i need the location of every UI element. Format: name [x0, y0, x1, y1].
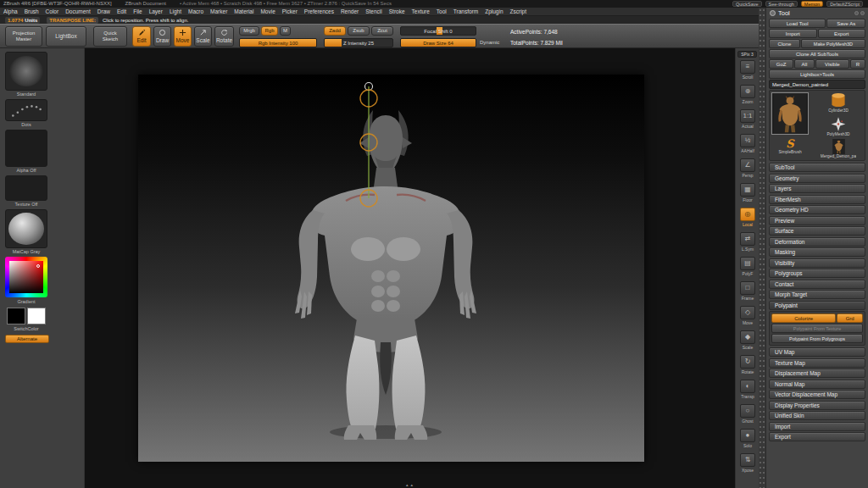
- grd-button[interactable]: Grd: [837, 313, 863, 323]
- menu-item[interactable]: Color: [42, 8, 63, 16]
- tray-toggle-icon[interactable]: [854, 11, 859, 15]
- menu-item[interactable]: Document: [62, 8, 94, 16]
- tool-section-header[interactable]: Normal Map: [769, 380, 865, 389]
- bottom-tray-toggle[interactable]: ▲▲: [405, 483, 415, 487]
- menu-item[interactable]: Material: [231, 8, 257, 16]
- right-shelf-button[interactable]: ½ AAHalf: [736, 134, 760, 158]
- right-shelf-button[interactable]: ⇄ L.Sym: [736, 232, 760, 257]
- texture-picker[interactable]: [5, 175, 47, 201]
- tool-section-header[interactable]: Polygroups: [769, 269, 865, 278]
- quicksave-button[interactable]: QuickSave: [732, 1, 762, 7]
- save-as-button[interactable]: Save As: [826, 19, 865, 28]
- right-shelf-button[interactable]: 1:1 Actual: [736, 109, 760, 134]
- menu-item[interactable]: Layer: [146, 8, 166, 16]
- tool-section-header[interactable]: Import: [769, 422, 865, 431]
- menu-item[interactable]: Alpha: [0, 8, 21, 16]
- zsub-button[interactable]: Zsub: [348, 26, 370, 36]
- right-shelf-button[interactable]: ≡ Scroll: [736, 60, 760, 85]
- tool-section-header[interactable]: Surface: [769, 226, 865, 236]
- menu-item[interactable]: Picker: [279, 8, 301, 16]
- color-picker[interactable]: [5, 257, 47, 297]
- right-shelf-button[interactable]: ● Solo: [736, 429, 760, 453]
- active-tool-thumbnail[interactable]: [771, 92, 809, 135]
- draw-mode-button[interactable]: Draw: [153, 26, 171, 47]
- right-shelf-button[interactable]: ⇅ Xpose: [736, 453, 760, 478]
- tool-section-header[interactable]: Masking: [769, 247, 865, 257]
- tray-menu-icon[interactable]: [860, 11, 865, 15]
- right-shelf-button[interactable]: □ Frame: [736, 281, 760, 306]
- tool-palette-header[interactable]: Tool: [766, 8, 868, 19]
- goz-visible-button[interactable]: Visible: [815, 59, 849, 69]
- tool-section-header[interactable]: Unified Skin: [769, 411, 865, 420]
- current-tool-name[interactable]: Merged_Demon_painted: [769, 80, 865, 89]
- tool-section-header[interactable]: Deformation: [769, 237, 865, 247]
- tool-section-header[interactable]: Contact: [769, 280, 865, 289]
- material-picker[interactable]: [5, 209, 47, 248]
- tool-section-header[interactable]: Vector Displacement Map: [769, 390, 865, 399]
- menu-item[interactable]: Edit: [114, 8, 130, 16]
- goz-all-button[interactable]: All: [794, 59, 815, 69]
- right-shelf-button[interactable]: ⊕ Zoom: [736, 85, 760, 109]
- alpha-picker[interactable]: [5, 130, 47, 167]
- inventory-item-simplebrush[interactable]: S SimpleBrush: [771, 138, 809, 154]
- inventory-item-cylinder3d[interactable]: Cylinder3D: [812, 92, 865, 113]
- menu-item[interactable]: Macro: [185, 8, 207, 16]
- import-button[interactable]: Import: [769, 29, 817, 38]
- make-polymesh3d-button[interactable]: Make PolyMesh3D: [801, 39, 865, 48]
- right-shelf-button[interactable]: ◆ Scale: [736, 330, 760, 355]
- alternate-button[interactable]: Alternate: [5, 335, 49, 343]
- tool-section-header[interactable]: SubTool: [769, 163, 865, 172]
- rgb-intensity-slider[interactable]: Rgb Intensity 100: [239, 38, 317, 47]
- tool-section-header[interactable]: Preview: [769, 216, 865, 225]
- zbrush-document[interactable]: [138, 75, 644, 462]
- focal-shift-slider[interactable]: Focal Shift 0: [400, 26, 476, 36]
- right-shelf-button[interactable]: ○ Ghost: [736, 404, 760, 429]
- right-shelf-button[interactable]: ↻ Rotate: [736, 355, 760, 380]
- menu-item[interactable]: Tool: [433, 8, 450, 16]
- tool-section-header[interactable]: Texture Map: [769, 358, 865, 368]
- menu-item[interactable]: Draw: [94, 8, 114, 16]
- menu-item[interactable]: Zplugin: [481, 8, 506, 16]
- draw-size-slider[interactable]: Draw Size 64: [400, 38, 476, 47]
- menu-item[interactable]: Movie: [257, 8, 278, 16]
- colorize-button[interactable]: Colorize: [771, 313, 836, 323]
- goz-button[interactable]: GoZ: [769, 59, 793, 69]
- projection-master-button[interactable]: Projection Master: [5, 26, 42, 47]
- zcut-button[interactable]: Zcut: [371, 26, 393, 36]
- goz-r-button[interactable]: R: [850, 59, 865, 69]
- tool-section-header[interactable]: Display Properties: [769, 401, 865, 410]
- right-tray-divider[interactable]: [759, 8, 765, 488]
- see-through-slider[interactable]: See-through: [765, 1, 798, 7]
- menu-item[interactable]: Stroke: [386, 8, 409, 16]
- menu-item[interactable]: File: [130, 8, 145, 16]
- menu-item[interactable]: Stencil: [362, 8, 386, 16]
- quick-sketch-button[interactable]: Quick Sketch: [93, 26, 127, 47]
- load-tool-button[interactable]: Load Tool: [769, 19, 826, 28]
- right-shelf-button[interactable]: ◎ Local: [736, 208, 760, 232]
- clone-button[interactable]: Clone: [769, 39, 800, 48]
- secondary-color-swatch[interactable]: [27, 308, 46, 324]
- menu-item[interactable]: Light: [166, 8, 185, 16]
- inventory-item-polymesh3d[interactable]: PolyMesh3D: [812, 116, 865, 136]
- tool-section-header[interactable]: Layers: [769, 184, 865, 193]
- menu-item[interactable]: Marker: [207, 8, 231, 16]
- menu-item[interactable]: Texture: [409, 8, 433, 16]
- polypaint-from-texture-button[interactable]: Polypaint From Texture: [771, 324, 863, 333]
- rgb-button[interactable]: Rgb: [261, 26, 278, 36]
- brush-picker[interactable]: [5, 52, 47, 91]
- tool-section-header[interactable]: UV Map: [769, 347, 865, 357]
- tool-section-header[interactable]: Visibility: [769, 258, 865, 268]
- stroke-picker[interactable]: [5, 99, 47, 121]
- menu-item[interactable]: Preferences: [301, 8, 337, 16]
- default-zscript-button[interactable]: DefaultZScript: [826, 1, 863, 7]
- move-mode-button[interactable]: Move: [174, 26, 192, 47]
- lightbox-tools-button[interactable]: Lightbox>Tools: [769, 69, 865, 79]
- scale-mode-button[interactable]: Scale: [194, 26, 212, 47]
- tool-section-header[interactable]: Geometry HD: [769, 205, 865, 214]
- lightbox-button[interactable]: LightBox: [46, 26, 86, 47]
- right-shelf-button[interactable]: ▦ Floor: [736, 183, 760, 208]
- user-macro-button[interactable]: Memon: [801, 1, 823, 7]
- dynamic-toggle[interactable]: Dynamic: [480, 40, 499, 45]
- tool-section-polypaint[interactable]: Polypaint: [769, 301, 865, 310]
- menu-item[interactable]: Transform: [450, 8, 481, 16]
